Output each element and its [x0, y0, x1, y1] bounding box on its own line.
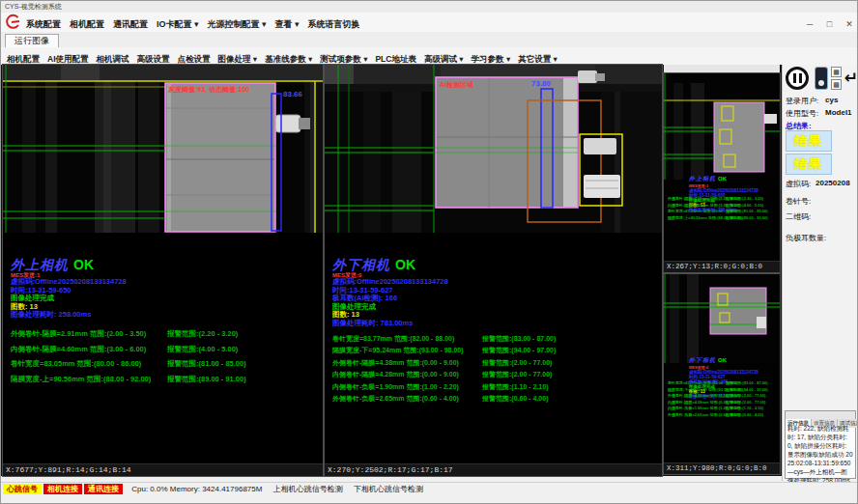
menu-items: 系统配置相机配置通讯配置IO卡配置 ▾光源控制配置 ▾查看 ▾系统语言切换 — [26, 13, 369, 32]
measurement-value: 隔膜宽度-下=95.24mm 范围:(93.00 - 98.00) — [332, 345, 482, 356]
toolbar-items: 相机配置AI使用配置相机调试高级设置点检设置图像处理 ▾基准线参数 ▾测试项参数… — [7, 47, 565, 67]
left-measurements: 外侧卷针-隔膜=2.91mm 范围:(2.00 - 3.50)报警范围:(2.2… — [11, 326, 321, 386]
left-camera-panel: 83.66 灰度阈值:93, 动态阈值:100 外上相机OKMES发送:1虚拟码… — [3, 65, 323, 476]
overlay-line: 图像处理耗时: 783.00ms — [332, 320, 448, 328]
camera-result-title: 外上相机OK — [689, 167, 758, 184]
sidebar: ▦ ▩ ↵ 登录用户: cys 使用型号: Model1 总结果: 结果 结果 … — [782, 65, 858, 481]
left-result-overlay: 外上相机OKMES发送:1虚拟码:Offline2025020813313472… — [11, 256, 127, 320]
layout-button-2[interactable]: ▩ — [831, 79, 842, 90]
app-logo-icon — [4, 14, 21, 30]
measurement-row: 外侧卷针-负极=2.65mm 范围:(0.60 - 4.00)报警范围:(0.6… — [668, 412, 779, 419]
status-badges: 心跳信号相机连接通讯连接 — [3, 485, 125, 493]
info-tabs: 运行信息设置信息调试信息 — [786, 411, 855, 422]
mid-coords: X:270;Y:2502;R:17;G:17;B:17 — [325, 463, 662, 476]
measurement-value: 卷针宽度=83.05mm 范围:(80.00 - 86.00) — [11, 356, 167, 372]
measurement-value: 内侧卷针-隔膜=4.28mm 范围:(0.00 - 9.00) — [332, 369, 482, 380]
status-badge: 相机连接 — [43, 484, 82, 494]
measurement-value: 外侧卷针-负极=2.65mm 范围:(0.60 - 4.00) — [668, 412, 726, 419]
alarm-range: 报警范围:(2.00 - 77.00) — [482, 357, 552, 369]
measurement-row: 内侧卷针-负极=1.90mm 范围:(1.00 - 2.20)报警范围:(1.1… — [332, 381, 660, 393]
mid-camera-panel: AI检测区域 73.80 外下相机OKMES发送:0虚拟码:Offline202… — [325, 65, 662, 476]
lower-camera-heartbeat-link[interactable]: 下相机心跳信号检测 — [354, 485, 423, 493]
menu-item[interactable]: 系统配置 — [26, 14, 61, 34]
sidebar-field-label: 卷针号: — [786, 196, 811, 207]
alarm-range: 报警范围:(1.10 - 2.10) — [482, 381, 548, 393]
measurement-value: 隔膜宽度-上=90.56mm 范围:(88.00 - 92.00) — [11, 372, 167, 387]
menu-item[interactable]: 通讯配置 — [113, 14, 148, 34]
statusbar: 心跳信号相机连接通讯连接 Cpu: 0.0% Memory: 3424.4179… — [1, 482, 858, 495]
measurement-row: 外侧卷针-负极=2.65mm 范围:(0.60 - 4.00)报警范围:(0.6… — [332, 393, 660, 405]
measurement-value: 隔膜宽度-上=90.56mm 范围:(88.00 - 92.00) — [668, 215, 726, 222]
preview-bottom-coords: X:311;Y:980;R:0;G:0;B:0 — [664, 462, 780, 474]
measurement-row: 外侧卷针-隔膜=2.91mm 范围:(2.00 - 3.50)报警范围:(2.2… — [11, 326, 321, 342]
measurement-value: 外侧卷针-负极=2.65mm 范围:(0.60 - 4.00) — [332, 393, 482, 405]
result-badge-1: 结果 — [786, 130, 832, 152]
measurement-value: 内侧卷针-隔膜=4.60mm 范围:(3.00 - 6.00) — [11, 342, 167, 357]
info-box: 运行信息设置信息调试信息 耗时: 222, 缺陷检测耗时: 17, 缺陷分类耗时… — [785, 410, 856, 479]
camera-name: 外上相机 — [689, 176, 716, 182]
app-window: CYS-视觉检测系统 系统配置相机配置通讯配置IO卡配置 ▾光源控制配置 ▾查看… — [0, 0, 858, 504]
preview-top-panel[interactable]: 外上相机OKMES发送:1虚拟码:Offline2025020813313472… — [664, 73, 780, 272]
device-icon-button[interactable] — [815, 67, 828, 90]
preview-bottom-panel[interactable]: 外下相机OKMES发送:0虚拟码:Offline2025020813313472… — [664, 274, 780, 474]
measurement-row: 内侧卷针-隔膜=4.28mm 范围:(0.00 - 9.00)报警范围:(2.0… — [332, 369, 660, 380]
preview-top-image[interactable] — [664, 73, 780, 180]
cpu-memory-text: Cpu: 0.0% Memory: 3424.41796875M — [131, 485, 262, 493]
menu-item[interactable]: IO卡配置 ▾ — [157, 14, 199, 34]
measurement-row: 隔膜宽度-上=90.56mm 范围:(88.00 - 92.00)报警范围:(8… — [668, 215, 779, 222]
alarm-range: 报警范围:(0.60 - 4.00) — [726, 412, 763, 419]
alarm-range: 报警范围:(81.00 - 85.00) — [167, 356, 246, 372]
close-button[interactable]: ✕ — [842, 14, 857, 34]
left-coords: X:7677;Y:891;R:14;G:14;B:14 — [3, 463, 323, 476]
menu-item[interactable]: 相机配置 — [70, 14, 104, 34]
model-label: 使用型号: — [786, 108, 818, 119]
minimize-button[interactable]: ─ — [802, 14, 817, 34]
pause-button[interactable] — [786, 67, 809, 90]
tab-run-image[interactable]: 运行图像 — [5, 34, 59, 48]
titlebar: CYS-视觉检测系统 — [1, 1, 858, 13]
upper-camera-heartbeat-link[interactable]: 上相机心跳信号检测 — [273, 485, 343, 493]
left-measure-label: 83.66 — [283, 90, 303, 98]
left-camera-image[interactable]: 83.66 灰度阈值:93, 动态阈值:100 — [3, 65, 323, 233]
menu-item[interactable]: 系统语言切换 — [308, 14, 360, 34]
camera-result-title: 外下相机OK — [689, 349, 758, 366]
layout-button-1[interactable]: ▦ — [831, 67, 842, 77]
measurement-row: 隔膜宽度-下=95.24mm 范围:(93.00 - 98.00)报警范围:(9… — [332, 345, 660, 356]
measurement-row: 隔膜宽度-上=90.56mm 范围:(88.00 - 92.00)报警范围:(8… — [11, 372, 321, 387]
login-label: 登录用户: — [786, 96, 818, 106]
status-badge: 通讯连接 — [84, 484, 123, 494]
login-value: cys — [825, 96, 838, 104]
camera-name: 外下相机 — [689, 357, 716, 363]
preview-top-measurements: 外侧卷针-隔膜=2.91mm 范围:(2.00 - 3.50)报警范围:(2.2… — [668, 196, 779, 221]
mid-measure-label: 73.80 — [531, 79, 552, 88]
menu-item[interactable]: 光源控制配置 ▾ — [208, 14, 267, 34]
result-badge-2: 结果 — [786, 154, 832, 175]
sidebar-field-value: 20250208 — [815, 179, 850, 187]
camera-result: OK — [395, 257, 415, 272]
menubar: 系统配置相机配置通讯配置IO卡配置 ▾光源控制配置 ▾查看 ▾系统语言切换 ─ … — [1, 13, 858, 33]
mid-result-overlay: 外下相机OKMES发送:0虚拟码:Offline2025020813313472… — [332, 256, 448, 327]
menu-item[interactable]: 查看 ▾ — [275, 14, 300, 34]
measurement-value: 外侧卷针-隔膜=4.38mm 范围:(0.00 - 9.00) — [332, 357, 482, 369]
preview-column: 缩放图显示所有画面图缺陷画面图 外上相机OKMES发送:1虚拟码:Offlin — [664, 65, 780, 476]
mid-camera-image[interactable]: AI检测区域 73.80 — [325, 65, 662, 233]
ai-region-label: AI检测区域 — [440, 81, 473, 89]
sidebar-field-label: 二维码: — [786, 211, 811, 222]
alarm-range: 报警范围:(83.00 - 87.00) — [482, 333, 556, 345]
sidebar-field-label: 虚拟码: — [786, 179, 811, 189]
maximize-button[interactable]: □ — [822, 14, 838, 34]
camera-result: OK — [718, 357, 727, 363]
mid-measurements: 卷针宽度=83.77mm 范围:(82.00 - 88.00)报警范围:(83.… — [332, 333, 660, 405]
measurement-row: 卷针宽度=83.77mm 范围:(82.00 - 88.00)报警范围:(83.… — [332, 333, 660, 345]
alarm-range: 报警范围:(89.00 - 91.00) — [167, 372, 246, 387]
status-badge: 心跳信号 — [3, 484, 42, 494]
camera-result: OK — [718, 176, 727, 182]
alarm-range: 报警范围:(2.20 - 3.20) — [167, 326, 238, 342]
return-arrow-button[interactable]: ↵ — [844, 67, 858, 90]
measurement-row: 内侧卷针-隔膜=4.60mm 范围:(3.00 - 6.00)报警范围:(4.0… — [11, 342, 321, 357]
camera-result: OK — [73, 257, 94, 272]
preview-bottom-measurements: 卷针宽度=83.77mm 范围:(82.00 - 88.00)报警范围:(83.… — [668, 380, 779, 418]
sidebar-field-label: 负极耳数量: — [786, 233, 826, 243]
alarm-range: 报警范围:(0.60 - 4.00) — [482, 393, 548, 405]
tab-row: 运行图像 — [1, 32, 858, 48]
